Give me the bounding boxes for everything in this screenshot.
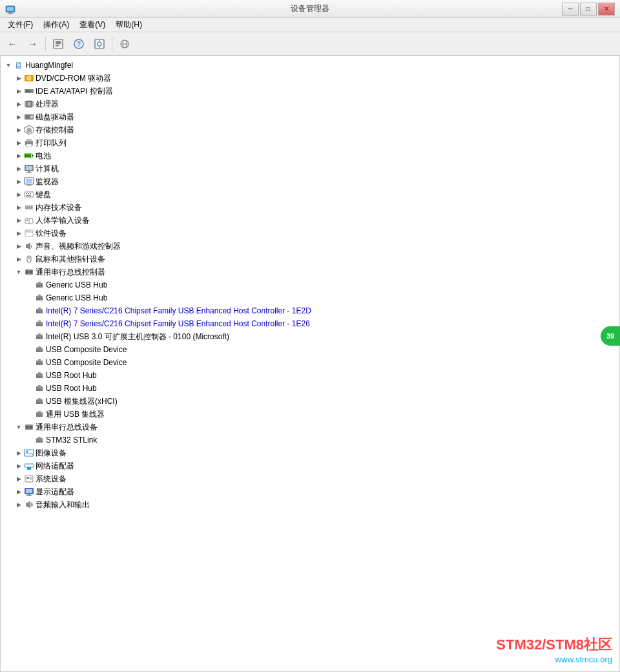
usb-composite-1-icon (34, 344, 45, 355)
tree-item-usb30[interactable]: Intel(R) USB 3.0 可扩展主机控制器 - 0100 (Micros… (1, 330, 619, 343)
menu-view[interactable]: 查看(V) (74, 18, 110, 32)
usb-composite-2-label: USB Composite Device (46, 358, 127, 367)
memory-expand-icon[interactable]: ▶ (14, 202, 24, 213)
svg-rect-3 (8, 13, 13, 14)
device-tree: ▼ 🖥 HuangMingfei ▶ DVD/CD-ROM 驱动器 ▶ IDE … (1, 56, 619, 514)
tree-item-soft[interactable]: ▶ 软件设备 (1, 227, 619, 240)
monitor-expand-icon[interactable]: ▶ (14, 176, 24, 187)
tree-item-usb-controller[interactable]: ▼ 通用串行总线控制器 (1, 266, 619, 278)
keyboard-expand-icon[interactable]: ▶ (14, 189, 24, 200)
menu-action[interactable]: 操作(A) (38, 18, 74, 32)
network-button[interactable] (115, 35, 134, 53)
usb-root-hub-1-label: USB Root Hub (46, 371, 97, 380)
tree-item-system[interactable]: ▶ 系统设备 (1, 472, 619, 485)
network-expand-icon[interactable]: ▶ (14, 461, 24, 471)
hid-icon (24, 215, 34, 226)
audio-expand-icon[interactable]: ▶ (14, 241, 24, 251)
usb-composite-1-spacer (24, 344, 34, 355)
hid-expand-icon[interactable]: ▶ (14, 215, 24, 226)
cpu-expand-icon[interactable]: ▶ (14, 99, 24, 109)
storage-expand-icon[interactable]: ▶ (14, 125, 24, 135)
system-expand-icon[interactable]: ▶ (14, 474, 24, 484)
device-tree-panel: ▼ 🖥 HuangMingfei ▶ DVD/CD-ROM 驱动器 ▶ IDE … (0, 56, 620, 672)
svg-rect-7 (56, 45, 59, 46)
tree-item-generic-hub-1[interactable]: Generic USB Hub (1, 278, 619, 291)
generic-hub-1-label: Generic USB Hub (46, 280, 107, 289)
monitor-label: 监视器 (36, 176, 59, 187)
tree-item-pc[interactable]: ▶ 计算机 (1, 162, 619, 175)
tree-item-intel-1e26[interactable]: Intel(R) 7 Series/C216 Chipset Family US… (1, 317, 619, 330)
maximize-button[interactable]: □ (580, 3, 597, 16)
forward-button[interactable]: → (23, 35, 43, 53)
window-controls[interactable]: ─ □ ✕ (562, 3, 615, 16)
tree-item-usb-xhci[interactable]: USB 根集线器(xHCI) (1, 395, 619, 408)
minimize-button[interactable]: ─ (562, 3, 579, 16)
tree-item-display[interactable]: ▶ 显示适配器 (1, 485, 619, 498)
display-expand-icon[interactable]: ▶ (14, 487, 24, 497)
generic-hub-1-spacer (24, 280, 34, 290)
mouse-expand-icon[interactable]: ▶ (14, 254, 24, 264)
sound-expand-icon[interactable]: ▶ (14, 499, 24, 510)
scan-button[interactable] (90, 35, 109, 53)
tree-item-keyboard[interactable]: ▶ 键盘 (1, 188, 619, 201)
ide-expand-icon[interactable]: ▶ (14, 86, 24, 96)
soft-icon (24, 228, 34, 238)
print-icon (24, 138, 34, 148)
svg-rect-48 (28, 184, 30, 185)
usb-root-hub-1-icon (34, 370, 45, 381)
tree-item-image[interactable]: ▶ 图像设备 (1, 446, 619, 459)
soft-expand-icon[interactable]: ▶ (14, 228, 24, 238)
tree-item-monitor[interactable]: ▶ 监视器 (1, 175, 619, 188)
tree-item-intel-1e2d[interactable]: Intel(R) 7 Series/C216 Chipset Family US… (1, 304, 619, 317)
tree-item-memory[interactable]: ▶ 内存技术设备 (1, 201, 619, 214)
tree-item-cpu[interactable]: ▶ 处理器 (1, 98, 619, 110)
tree-item-network[interactable]: ▶ 网络适配器 (1, 459, 619, 472)
tree-item-storage[interactable]: ▶ 存储控制器 (1, 123, 619, 136)
usb-composite-2-spacer (24, 357, 34, 368)
intel-1e26-label: Intel(R) 7 Series/C216 Chipset Family US… (46, 319, 310, 328)
root-expand-icon[interactable]: ▼ (3, 60, 14, 70)
tree-item-stm32[interactable]: STM32 STLink (1, 434, 619, 446)
toolbar-separator-1 (45, 37, 46, 51)
memory-icon (24, 202, 34, 213)
tree-item-generic-hub-2[interactable]: Generic USB Hub (1, 291, 619, 304)
disk-expand-icon[interactable]: ▶ (14, 112, 24, 122)
tree-item-usb-hub-generic[interactable]: 通用 USB 集线器 (1, 408, 619, 421)
tree-item-battery[interactable]: ▶ 电池 (1, 149, 619, 162)
close-button[interactable]: ✕ (598, 3, 615, 16)
tree-item-hid[interactable]: ▶ 人体学输入设备 (1, 214, 619, 227)
intel-1e2d-spacer (24, 306, 34, 316)
usb-bus-devices-expand-icon[interactable]: ▼ (14, 422, 24, 432)
tree-item-usb-composite-1[interactable]: USB Composite Device (1, 343, 619, 356)
keyboard-icon (24, 189, 34, 200)
help-button[interactable]: ? (69, 35, 88, 53)
tree-item-ide[interactable]: ▶ IDE ATA/ATAPI 控制器 (1, 85, 619, 98)
tree-item-usb-composite-2[interactable]: USB Composite Device (1, 356, 619, 369)
tree-item-usb-root-hub-1[interactable]: USB Root Hub (1, 369, 619, 382)
root-label: HuangMingfei (25, 61, 73, 70)
properties-button[interactable] (48, 35, 68, 53)
usb-root-hub-1-spacer (24, 370, 34, 381)
svg-rect-22 (28, 90, 30, 92)
tree-item-usb-bus-devices[interactable]: ▼ 通用串行总线设备 (1, 421, 619, 434)
tree-item-usb-root-hub-2[interactable]: USB Root Hub (1, 382, 619, 395)
usb-controller-expand-icon[interactable]: ▼ (14, 267, 24, 277)
dvd-label: DVD/CD-ROM 驱动器 (36, 73, 111, 84)
svg-rect-147 (26, 489, 32, 493)
tree-item-disk[interactable]: ▶ 磁盘驱动器 (1, 110, 619, 123)
pc-expand-icon[interactable]: ▶ (14, 163, 24, 174)
tree-item-audio[interactable]: ▶ 声音、视频和游戏控制器 (1, 240, 619, 253)
tree-item-mouse[interactable]: ▶ 鼠标和其他指针设备 (1, 253, 619, 266)
battery-expand-icon[interactable]: ▶ (14, 151, 24, 161)
print-expand-icon[interactable]: ▶ (14, 138, 24, 148)
back-button[interactable]: ← (3, 35, 22, 53)
menu-help[interactable]: 帮助(H) (110, 18, 147, 32)
tree-item-print[interactable]: ▶ 打印队列 (1, 136, 619, 149)
tree-root[interactable]: ▼ 🖥 HuangMingfei (1, 59, 619, 72)
image-expand-icon[interactable]: ▶ (14, 448, 24, 458)
dvd-expand-icon[interactable]: ▶ (14, 73, 24, 83)
svg-rect-62 (26, 220, 28, 221)
tree-item-dvd[interactable]: ▶ DVD/CD-ROM 驱动器 (1, 72, 619, 85)
tree-item-sound[interactable]: ▶ 音频输入和输出 (1, 498, 619, 511)
menu-file[interactable]: 文件(F) (3, 18, 38, 32)
